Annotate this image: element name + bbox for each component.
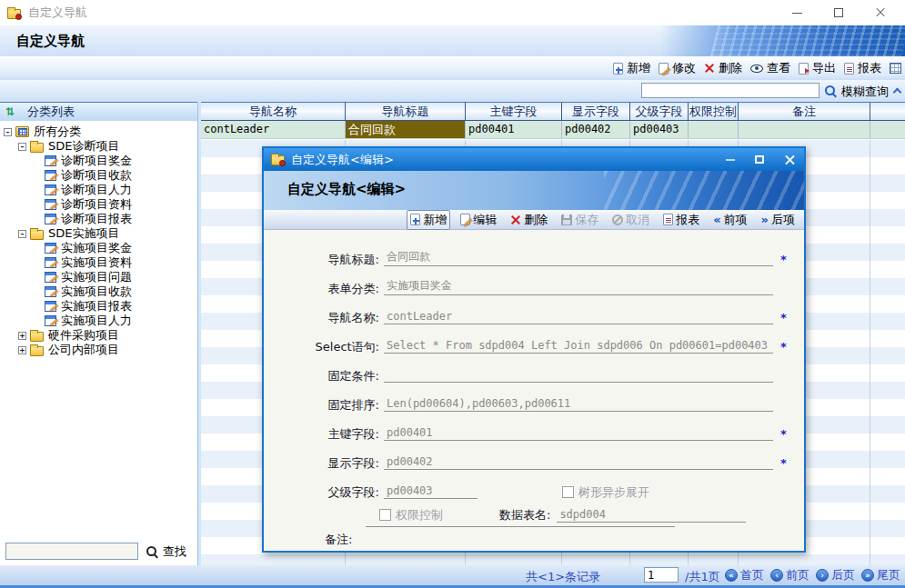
collapse-icon[interactable] <box>893 88 902 97</box>
parent-field-input[interactable]: pd00403 <box>384 483 478 499</box>
dialog-close-button[interactable] <box>784 154 795 165</box>
table-cell[interactable] <box>689 121 739 138</box>
column-header-4[interactable]: 父级字段 <box>630 103 689 120</box>
tree-item[interactable]: 实施项目收款 <box>0 284 197 299</box>
dialog-toolbar-next-button[interactable]: »后项 <box>758 210 799 230</box>
page-pencil-icon <box>460 214 470 225</box>
field-input[interactable]: pd00402 <box>384 454 773 470</box>
column-header-1[interactable]: 导航标题 <box>346 103 466 120</box>
permission-control-checkbox[interactable] <box>379 509 391 521</box>
next-page-button[interactable]: ›后页 <box>816 567 855 583</box>
table-cell[interactable] <box>739 121 870 138</box>
tree-item[interactable]: 诊断项目报表 <box>0 212 197 226</box>
tree-item[interactable]: 实施项目奖金 <box>0 241 197 255</box>
field-input[interactable]: pd00401 <box>384 425 773 441</box>
search-input[interactable] <box>641 83 820 98</box>
expander-minus-icon[interactable]: - <box>4 128 12 136</box>
next-icon: » <box>761 214 769 225</box>
column-header-5[interactable]: 权限控制 <box>689 103 739 120</box>
column-header-3[interactable]: 显示字段 <box>562 103 630 120</box>
tree-item[interactable]: 实施项目报表 <box>0 299 197 314</box>
toolbar-modify-button[interactable]: 修改 <box>659 60 696 76</box>
find-label[interactable]: 查找 <box>163 543 186 560</box>
tree-item[interactable]: 诊断项目资料 <box>0 197 197 212</box>
close-button[interactable] <box>860 0 901 25</box>
find-input[interactable] <box>5 543 138 560</box>
expander-minus-icon[interactable]: - <box>18 143 26 151</box>
table-cell[interactable]: contLeader <box>201 121 346 138</box>
tree-item[interactable]: 诊断项目人力 <box>0 183 197 197</box>
table-cell[interactable]: 合同回款 <box>346 121 466 138</box>
dialog-toolbar-new-button[interactable]: 新增 <box>407 210 450 230</box>
prev-page-button[interactable]: ‹前页 <box>770 567 809 583</box>
expander-minus-icon[interactable]: - <box>18 230 26 238</box>
table-name-input[interactable]: sdpd004 <box>557 507 746 523</box>
dialog-titlebar[interactable]: 自定义导航<编辑> <box>264 148 804 171</box>
dialog-toolbar-prev-button[interactable]: «前项 <box>709 210 750 230</box>
form-icon <box>45 272 56 283</box>
column-header-0[interactable]: 导航名称 <box>201 103 346 120</box>
tree-async-expand-checkbox[interactable] <box>562 486 574 498</box>
maximize-button[interactable] <box>818 0 860 25</box>
minimize-button[interactable] <box>776 0 818 25</box>
form-field-7: 显示字段:pd00402* <box>264 444 804 473</box>
dialog-toolbar-edit-button[interactable]: 编辑 <box>457 210 500 230</box>
toolbar-new-button[interactable]: 新增 <box>613 60 650 76</box>
table-row[interactable]: contLeader合同回款pd00401pd00402pd00403 <box>201 121 905 139</box>
field-label: 主键字段: <box>264 427 384 441</box>
tree-item[interactable]: 实施项目问题 <box>0 270 197 284</box>
tree-item-label: 诊断项目奖金 <box>61 154 132 168</box>
toolbar-report-button[interactable]: 报表 <box>844 60 881 76</box>
field-input[interactable]: contLeader <box>384 309 773 324</box>
edit-dialog: 自定义导航<编辑> 自定义导航<编辑> 新增编辑删除保存取消报表«前项»后项 导… <box>262 146 806 553</box>
field-input[interactable]: 合同回款 <box>384 249 773 266</box>
tree-item[interactable]: -SDE诊断项目 <box>0 139 197 154</box>
dialog-maximize-button[interactable] <box>755 155 764 164</box>
toolbar-view-button[interactable]: 查看 <box>750 60 790 76</box>
field-input[interactable] <box>384 367 773 383</box>
tree-item[interactable]: 诊断项目奖金 <box>0 154 197 168</box>
tree-item[interactable]: +硬件采购项目 <box>0 328 197 343</box>
refresh-icon[interactable]: ⇅ <box>5 106 15 117</box>
column-header-6[interactable]: 备注 <box>739 103 870 120</box>
page-number-input[interactable] <box>644 567 679 583</box>
first-page-button[interactable]: «首页 <box>725 567 764 583</box>
button-label: 编辑 <box>473 212 497 228</box>
dialog-toolbar-delete-button[interactable]: 删除 <box>507 210 551 230</box>
dialog-toolbar-report-button[interactable]: 报表 <box>659 210 703 230</box>
dialog-minimize-button[interactable] <box>726 159 735 161</box>
tree-item[interactable]: 诊断项目收款 <box>0 168 197 183</box>
field-label: 固定条件: <box>264 369 384 383</box>
field-input[interactable]: 实施项目奖金 <box>384 278 773 295</box>
maximize-icon <box>834 8 843 17</box>
last-page-button[interactable]: »尾页 <box>861 567 900 583</box>
column-header-2[interactable]: 主键字段 <box>466 103 562 120</box>
tree-item[interactable]: -SDE实施项目 <box>0 226 197 241</box>
field-input[interactable]: Len(pd00604),pd00603,pd00611 <box>384 396 773 412</box>
page-header: 自定义导航 <box>0 25 905 56</box>
search-icon[interactable] <box>824 85 837 97</box>
dialog-toolbar-save-button[interactable]: 保存 <box>558 210 602 230</box>
find-icon[interactable] <box>146 545 158 558</box>
window-titlebar[interactable]: 自定义导航 <box>0 0 905 25</box>
tree-item[interactable]: 实施项目人力 <box>0 314 197 328</box>
folder-icon <box>30 346 44 356</box>
table-cell[interactable]: pd00402 <box>562 121 630 138</box>
form-field-5: 固定排序:Len(pd00604),pd00603,pd00611 <box>264 386 804 415</box>
field-input[interactable]: Select * From sdpd004 Left Join sdpd006 … <box>384 338 773 354</box>
dialog-toolbar-cancel-button[interactable]: 取消 <box>608 210 653 230</box>
toolbar-export-button[interactable]: 导出 <box>799 60 836 76</box>
button-label: 删除 <box>719 60 742 76</box>
tree-item[interactable]: 实施项目资料 <box>0 255 197 270</box>
expander-plus-icon[interactable]: + <box>18 332 26 340</box>
report-icon <box>844 63 854 75</box>
field-label: 显示字段: <box>264 456 384 470</box>
tree-item[interactable]: -所有分类 <box>0 125 197 139</box>
expander-plus-icon[interactable]: + <box>18 346 26 354</box>
table-cell[interactable]: pd00401 <box>466 121 562 138</box>
toolbar-delete-button[interactable]: 删除 <box>704 60 742 76</box>
toolbar-grid-button[interactable] <box>890 63 901 74</box>
tree-item[interactable]: +公司内部项目 <box>0 343 197 357</box>
table-cell[interactable]: pd00403 <box>630 121 689 138</box>
fuzzy-query-label[interactable]: 模糊查询 <box>841 84 889 100</box>
